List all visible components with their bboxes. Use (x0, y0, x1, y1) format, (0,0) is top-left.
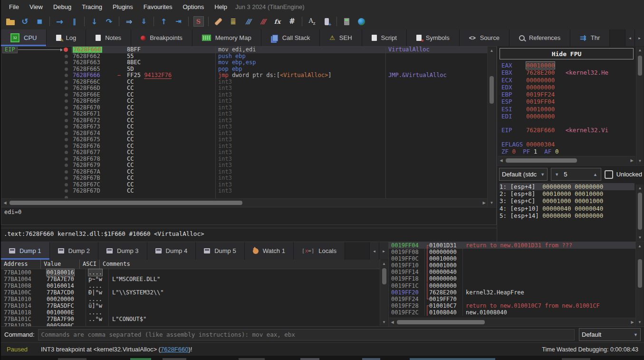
dump-vertical-scrollbar[interactable]: ▲ ▼ (380, 260, 388, 326)
scroll-right-icon[interactable]: ▶ (629, 319, 636, 326)
stack-row[interactable]: 0019FF1C│00000000 (389, 282, 636, 289)
stack-hscroll-thumb[interactable] (397, 320, 485, 324)
scroll-up-icon[interactable]: ▲ (381, 260, 388, 267)
gutter-dot-icon[interactable] (65, 132, 68, 135)
tab-dump-3[interactable]: Dump 3 (98, 242, 147, 260)
disasm-row[interactable]: 7628F674 CCint3 (1, 130, 488, 137)
tab-dump-5[interactable]: Dump 5 (196, 242, 245, 260)
dump-tab-scroll-right[interactable]: ▸ (379, 242, 388, 260)
disasm-row[interactable]: 7628F670 CCint3 (1, 105, 488, 111)
disasm-row[interactable]: 7628F67B CCint3 (1, 175, 488, 182)
argument-row[interactable]: 1: [esp+4] 00000000 00000000 (500, 183, 634, 190)
disasm-row[interactable]: 7628F673 CCint3 (1, 124, 488, 130)
scroll-left-icon[interactable]: ◀ (389, 319, 396, 326)
dump-column-header[interactable]: Value (41, 260, 80, 269)
disasm-vertical-scrollbar[interactable]: ▲ ▼ (487, 47, 496, 206)
command-script-type-dropdown[interactable]: Default ▼ (579, 328, 641, 341)
scroll-left-icon[interactable]: ◀ (1, 199, 9, 206)
scroll-up-icon[interactable]: ▲ (636, 47, 644, 54)
arguments-vertical-scrollbar[interactable]: ▲ ▼ (636, 185, 644, 241)
open-file-button[interactable] (3, 15, 18, 28)
stack-row[interactable]: 0019FF10│00001000 (389, 262, 636, 269)
disasm-hscroll-thumb[interactable] (10, 201, 242, 205)
gutter-dot-icon[interactable] (65, 74, 68, 77)
tab-dump-2[interactable]: Dump 2 (50, 242, 99, 260)
registers-hscroll-thumb[interactable] (506, 158, 577, 163)
skip-instruction-button[interactable]: S (191, 15, 206, 28)
register-row[interactable]: ESI00010000 (501, 106, 644, 113)
tab-source[interactable]: <>Source (460, 29, 509, 46)
stack-row[interactable]: 0019FF04┌01001D31return to new.01001D31 … (389, 242, 636, 249)
argument-row[interactable]: 2: [esp+8] 00010000 00010000 (500, 190, 634, 197)
tab-seh[interactable]: ⚠SEH (320, 29, 362, 46)
spinner-decrease-icon[interactable]: ▼ (555, 172, 559, 177)
disasm-vscroll-thumb[interactable] (490, 76, 494, 104)
register-row[interactable]: EDX00000000 (501, 84, 644, 91)
trace-into-coverage-button[interactable]: /// (240, 15, 255, 28)
gutter-dot-icon[interactable] (65, 164, 68, 167)
tab-watch-1[interactable]: Watch 1 (245, 242, 294, 260)
argument-row[interactable]: 5: [esp+14] 00000000 00000000 (500, 212, 634, 219)
tab-notes[interactable]: Notes (86, 29, 131, 46)
comments-button[interactable]: ≣ (226, 15, 240, 28)
register-row[interactable]: EAX00010000 (501, 62, 644, 69)
dump-row[interactable]: 77BA101C77BA7F90..°wL"CONOUT$" (1, 316, 380, 322)
disasm-row[interactable]: 7628F672 CCint3 (1, 117, 488, 124)
disasm-row[interactable]: 7628F671 CCint3 (1, 111, 488, 117)
disasm-row[interactable]: 7628F677 CCint3 (1, 149, 488, 156)
dump-row[interactable]: 77BA100800160014.... (1, 282, 380, 289)
tab-dump-1[interactable]: Dump 1 (1, 242, 50, 260)
breakpoint-address-link[interactable]: 7628F660 (161, 346, 189, 353)
disasm-row[interactable]: 7628F678 CCint3 (1, 156, 488, 163)
stack-row[interactable]: 0019FF08│00000000 (389, 249, 636, 255)
trace-over-coverage-button[interactable]: /// (255, 15, 270, 28)
tab-dump-4[interactable]: Dump 4 (147, 242, 196, 260)
disasm-row[interactable]: EIP7628F660 8BFFmov edi,ediVirtualAlloc (1, 47, 488, 53)
tab-locals[interactable]: [x=]Locals (294, 242, 345, 260)
scroll-down-icon[interactable]: ▼ (636, 234, 644, 241)
disasm-row[interactable]: 7628F67C CCint3 (1, 182, 488, 188)
scroll-down-icon[interactable]: ▼ (636, 157, 644, 165)
internet-help-button[interactable] (354, 15, 369, 28)
stack-row[interactable]: 0019FF14│00000040 (389, 269, 636, 275)
gutter-dot-icon[interactable] (65, 87, 68, 90)
hide-fpu-button[interactable]: Hide FPU (500, 48, 634, 59)
register-row[interactable]: EBX7628E200 <kernel32.He (501, 69, 644, 76)
stack-row[interactable]: 0019FF18│00000000 (389, 275, 636, 282)
gutter-dot-icon[interactable] (65, 93, 68, 97)
disasm-row[interactable] (1, 195, 488, 199)
stack-vertical-scrollbar[interactable]: ▲ ▼ (635, 243, 644, 326)
gutter-dot-icon[interactable] (65, 138, 68, 141)
scroll-left-icon[interactable]: ◀ (498, 157, 505, 164)
gutter-dot-icon[interactable] (65, 189, 68, 193)
breakpoint-dot-icon[interactable] (64, 48, 68, 52)
disasm-row[interactable]: 7628F666−FF25 94132F76jmp dword ptr ds:[… (1, 72, 488, 79)
gutter-dot-icon[interactable] (65, 183, 68, 186)
calculator-button[interactable] (339, 15, 354, 28)
step-into-animated-button[interactable]: ⇓ (136, 15, 151, 28)
attach-button[interactable] (319, 15, 334, 28)
dump-row[interactable]: 77BA100477BA7E70p~°wL"MSCOREE.DLL" (1, 276, 380, 282)
tab-script[interactable]: Script (362, 29, 407, 46)
dump-row[interactable]: 77BA10200005000C (1, 322, 380, 326)
menu-item-debug[interactable]: Debug (48, 1, 77, 12)
step-over-button[interactable]: ↷ (102, 15, 116, 28)
register-row[interactable]: EFLAGS00000304 (501, 141, 644, 148)
stack-row[interactable]: 0019FF2C│01008040new.01008040 (389, 309, 636, 316)
register-row[interactable]: EIP7628F660 <kernel32.Vi (501, 126, 644, 134)
scroll-down-icon[interactable]: ▼ (636, 319, 644, 326)
pause-button[interactable]: ‖ (67, 15, 82, 28)
register-row[interactable]: ESP0019FF04 (501, 98, 644, 105)
functions-button[interactable]: fx (270, 15, 285, 28)
execute-till-return-button[interactable]: ↑ (156, 15, 171, 28)
run-to-user-code-button[interactable]: ⇒ (122, 15, 136, 28)
run-until-expression-button[interactable]: ⇥ (171, 15, 186, 28)
disasm-row[interactable]: 7628F66C CCint3 (1, 79, 488, 86)
stack-vscroll-thumb[interactable] (638, 259, 642, 288)
scroll-up-icon[interactable]: ▲ (636, 243, 644, 250)
dump-column-header[interactable]: ASCI (80, 260, 100, 269)
gutter-dot-icon[interactable] (65, 125, 68, 128)
gutter-dot-icon[interactable] (65, 68, 68, 71)
menu-item-tracing[interactable]: Tracing (77, 1, 107, 12)
menu-item-view[interactable]: View (24, 1, 48, 12)
